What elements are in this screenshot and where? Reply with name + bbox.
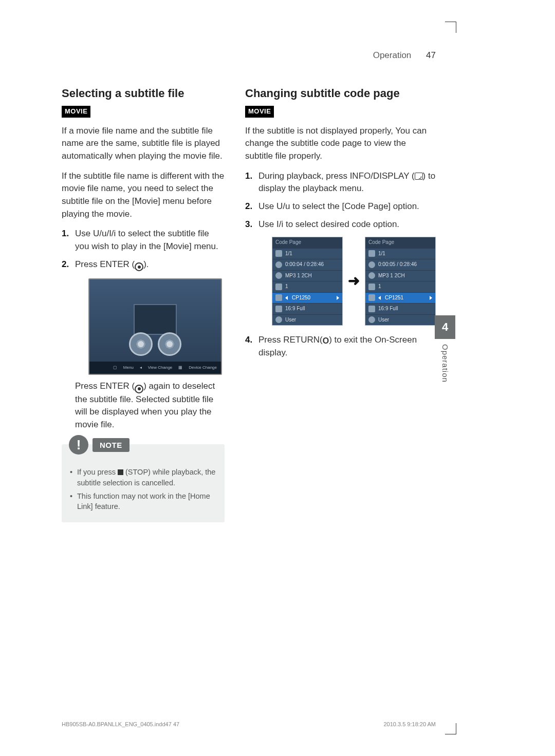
- note-item-2: This function may not work in the [Home …: [69, 491, 217, 512]
- right-step-2: Use U/u to select the [Code Page] option…: [245, 200, 436, 213]
- note-item-1: If you press (STOP) while playback, the …: [69, 467, 217, 488]
- left-step-2: Press ENTER (). ▢Menu ◂View Change ▦Devi…: [62, 258, 225, 431]
- running-header: Operation 47: [373, 50, 436, 61]
- header-page-number: 47: [426, 50, 436, 60]
- right-heading: Changing subtitle code page: [245, 85, 436, 102]
- right-step-3: Use I/i to select desired code option. C…: [245, 218, 436, 326]
- screenshot-tv-frame: [134, 304, 177, 335]
- note-list: If you press (STOP) while playback, the …: [69, 467, 217, 512]
- crop-mark-bottom-right: [445, 723, 456, 734]
- left-step-2-sub: Press ENTER () again to deselect the sub…: [75, 380, 225, 431]
- chapter-side-tab: 4 Operation: [435, 315, 455, 383]
- chapter-label-vertical: Operation: [441, 344, 450, 383]
- enter-icon: [135, 385, 143, 393]
- film-reel-icon: [158, 332, 181, 356]
- screenshot-film-reels: [129, 332, 181, 356]
- note-badge: ! NOTE: [69, 435, 130, 455]
- header-chapter: Operation: [373, 50, 412, 60]
- enter-icon: [135, 262, 143, 271]
- chapter-number: 4: [435, 315, 455, 339]
- right-intro: If the subtitle is not displayed properl…: [245, 125, 436, 163]
- left-heading: Selecting a subtitle file: [62, 85, 225, 102]
- right-steps: During playback, press INFO/DISPLAY () t…: [245, 170, 436, 360]
- note-label: NOTE: [92, 438, 130, 452]
- codepage-panel-after: Code Page 1/1 0:00:05 / 0:28:46 MP3 1 2C…: [365, 237, 436, 326]
- screenshot-bottom-bar: ▢Menu ◂View Change ▦Device Change: [89, 362, 221, 374]
- page-footer: HB905SB-A0.BPANLLK_ENG_0405.indd47 47 20…: [62, 721, 436, 727]
- movie-menu-screenshot: ▢Menu ◂View Change ▦Device Change: [88, 278, 222, 375]
- note-block: ! NOTE If you press (STOP) while playbac…: [62, 444, 225, 522]
- right-arrow-icon: ➜: [348, 271, 360, 292]
- note-exclamation-icon: !: [69, 435, 88, 455]
- left-intro-1: If a movie file name and the subtitle fi…: [62, 125, 225, 163]
- footer-timestamp: 2010.3.5 9:18:20 AM: [383, 721, 436, 727]
- stop-icon: [118, 469, 123, 475]
- footer-file-info: HB905SB-A0.BPANLLK_ENG_0405.indd47 47: [62, 721, 179, 727]
- content-columns: Selecting a subtitle file MOVIE If a mov…: [62, 85, 436, 522]
- manual-page: Operation 47 Selecting a subtitle file M…: [0, 0, 555, 756]
- left-steps: Use U/u/I/i to select the subtitle file …: [62, 228, 225, 431]
- right-step-4: Press RETURN(O) to exit the On-Screen di…: [245, 334, 436, 360]
- movie-badge: MOVIE: [62, 106, 90, 118]
- right-column: Changing subtitle code page MOVIE If the…: [245, 85, 436, 522]
- dpad-left-right-icon: I/i: [276, 218, 283, 231]
- return-icon: O: [323, 335, 329, 347]
- left-column: Selecting a subtitle file MOVIE If a mov…: [62, 85, 225, 522]
- codepage-panel-before: Code Page 1/1 0:00:04 / 0:28:46 MP3 1 2C…: [272, 237, 343, 326]
- right-step-1: During playback, press INFO/DISPLAY () t…: [245, 170, 436, 195]
- movie-badge: MOVIE: [245, 106, 274, 118]
- film-reel-icon: [129, 332, 153, 356]
- codepage-screenshots: Code Page 1/1 0:00:04 / 0:28:46 MP3 1 2C…: [272, 237, 436, 326]
- info-display-icon: [415, 173, 423, 180]
- left-step-1: Use U/u/I/i to select the subtitle file …: [62, 228, 225, 253]
- crop-mark-top-right: [445, 22, 456, 33]
- left-intro-2: If the subtitle file name is different w…: [62, 170, 225, 221]
- dpad-up-down-icon: U/u: [276, 200, 290, 213]
- dpad-all-icon: U/u/I/i: [93, 228, 116, 240]
